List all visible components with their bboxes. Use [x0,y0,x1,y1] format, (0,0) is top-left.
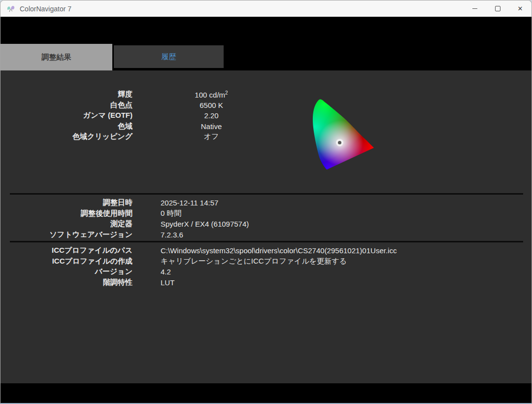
table-row: 色域 Native [0,121,262,132]
table-row: 調整後使用時間 0 時間 [0,208,249,219]
close-icon: ✕ [518,5,523,12]
window-controls: ✕ [464,0,532,17]
row-value: 6500 K [161,101,262,109]
adjustment-result-panel: 輝度 100 cd/m2 白色点 6500 K ガンマ (EOTF) 2.20 … [0,70,532,383]
row-label: ガンマ (EOTF) [0,111,133,120]
tab-strip: 調整結果 履歴 [0,17,532,70]
luminance-value: 100 cd/m [195,91,225,99]
tab-adjustment-result[interactable]: 調整結果 [0,44,112,70]
row-value: 0 時間 [161,209,182,218]
icc-profile-section: ICCプロファイルのパス C:\Windows\system32\spool\d… [0,245,397,288]
row-value: 7.2.3.6 [161,231,183,239]
row-value: 4.2 [161,268,171,276]
row-label: ソフトウェアバージョン [0,230,133,239]
table-row: バージョン 4.2 [0,267,397,277]
table-row: 輝度 100 cd/m2 [0,89,262,100]
table-row: ICCプロファイルのパス C:\Windows\system32\spool\d… [0,245,397,256]
bottom-strip [0,383,532,403]
title-bar: ColorNavigator 7 ✕ [0,0,532,17]
row-label: 色域 [0,122,133,131]
row-value: LUT [161,278,174,287]
row-label: 調整日時 [0,198,133,207]
row-label: 階調特性 [0,278,133,287]
app-logo-icon [6,5,15,13]
row-value: C:\Windows\system32\spool\drivers\color\… [161,246,397,255]
table-row: 階調特性 LUT [0,277,397,288]
table-row: 色域クリッピング オフ [0,132,262,142]
row-value: キャリブレーションごとにICCプロファイルを更新する [161,257,347,266]
luminance-sup: 2 [225,90,228,96]
row-label: 色域クリッピング [0,132,133,141]
calibration-info-section: 調整日時 2025-12-11 14:57 調整後使用時間 0 時間 測定器 S… [0,198,249,240]
close-button[interactable]: ✕ [509,0,532,17]
table-row: 測定器 SpyderX / EX4 (61097574) [0,219,249,230]
table-row: ICCプロファイルの作成 キャリブレーションごとにICCプロファイルを更新する [0,256,397,267]
cie-chromaticity-diagram [312,99,379,172]
tab-history[interactable]: 履歴 [114,45,224,68]
row-label: ICCプロファイルの作成 [0,257,133,266]
row-label: ICCプロファイルのパス [0,246,133,255]
row-value: オフ [161,132,262,141]
section-divider [10,193,523,195]
minimize-icon [472,8,477,9]
row-label: 白色点 [0,101,133,110]
row-value: SpyderX / EX4 (61097574) [161,220,249,228]
row-value: Native [161,122,262,131]
section-divider [10,241,523,242]
maximize-button[interactable] [486,0,509,17]
row-label: 測定器 [0,219,133,229]
maximize-icon [495,6,500,11]
table-row: 調整日時 2025-12-11 14:57 [0,198,249,208]
table-row: ソフトウェアバージョン 7.2.3.6 [0,230,249,240]
white-point-dot [338,141,341,144]
row-label: バージョン [0,267,133,276]
target-settings-section: 輝度 100 cd/m2 白色点 6500 K ガンマ (EOTF) 2.20 … [0,89,262,142]
row-label: 輝度 [0,90,133,99]
row-value: 2025-12-11 14:57 [161,199,218,207]
white-point-marker [336,139,343,146]
row-value: 100 cd/m2 [161,90,262,99]
table-row: 白色点 6500 K [0,100,262,111]
colornavigator-window: ColorNavigator 7 ✕ 調整結果 履歴 輝度 100 cd/m2 … [0,0,532,404]
table-row: ガンマ (EOTF) 2.20 [0,110,262,121]
row-value: 2.20 [161,111,262,120]
row-label: 調整後使用時間 [0,209,133,218]
window-title: ColorNavigator 7 [20,5,71,13]
minimize-button[interactable] [464,0,486,17]
